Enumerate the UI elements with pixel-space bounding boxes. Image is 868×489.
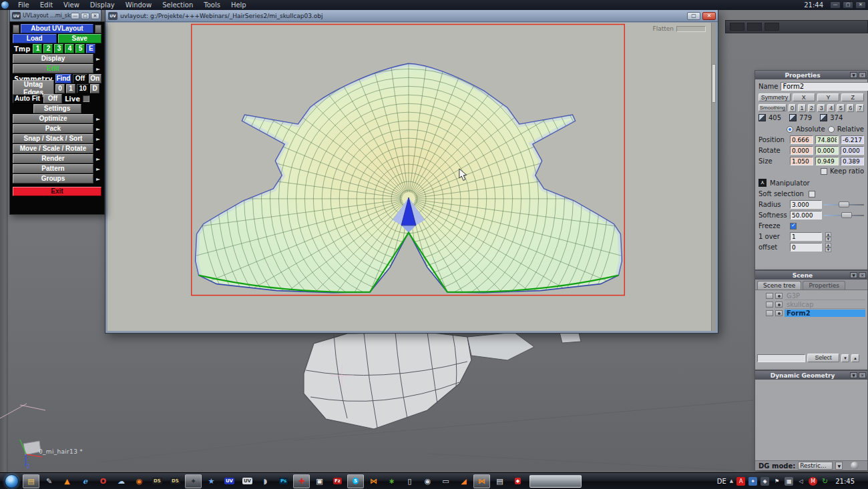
size-z-field[interactable]: [841, 157, 864, 165]
close-icon[interactable]: ✕: [855, 1, 866, 9]
scene-item-g3p[interactable]: G3P: [755, 292, 867, 300]
taskbar-red-app[interactable]: ◆: [509, 474, 526, 488]
panel-side-button-right[interactable]: [95, 25, 101, 33]
offset-stepper[interactable]: ▲▼: [825, 243, 831, 252]
untag-0-button[interactable]: 0: [55, 84, 65, 93]
minimize-icon[interactable]: —: [830, 1, 841, 9]
scene-item-skullcap[interactable]: skullcap: [755, 300, 867, 309]
scrollbar-thumb[interactable]: [712, 64, 716, 103]
taskbar-monitor-app[interactable]: ▭: [437, 474, 454, 488]
taskbar-empty-window-button[interactable]: [529, 475, 582, 488]
snap-stack-sort-menu-button[interactable]: Snap / Stack / Sort: [13, 134, 93, 143]
untag-1-button[interactable]: 1: [66, 84, 75, 93]
dropdown-icon[interactable]: ▼: [835, 462, 843, 470]
absolute-radio[interactable]: [787, 126, 793, 133]
tray-expand-icon[interactable]: ▲: [730, 478, 733, 484]
symmetry-find-button[interactable]: Find: [55, 74, 72, 83]
tmp-slot-3[interactable]: 3: [54, 44, 63, 53]
edit-menu-button[interactable]: Edit: [13, 64, 93, 73]
taskbar-explorer[interactable]: ▤: [23, 474, 39, 488]
volume-tray-icon[interactable]: ◁: [797, 477, 805, 486]
smoothing-4[interactable]: 4: [827, 104, 835, 112]
tmp-slot-5[interactable]: 5: [75, 44, 85, 53]
symmetry-y-button[interactable]: Y: [817, 93, 840, 101]
softness-field[interactable]: [790, 211, 822, 219]
taskbar-photoshop[interactable]: Ps: [275, 474, 292, 488]
taskbar-opera[interactable]: O: [95, 474, 112, 488]
position-y-field[interactable]: [815, 135, 839, 144]
taskbar-uvlayout-gray[interactable]: UV: [239, 474, 256, 488]
taskbar-star-app[interactable]: ★: [203, 474, 220, 488]
taskbar-vlc[interactable]: ▲: [59, 474, 75, 488]
taskbar-plant-app[interactable]: ∗: [383, 474, 400, 488]
menu-tools[interactable]: Tools: [198, 1, 226, 9]
menu-file[interactable]: File: [13, 1, 35, 9]
close-icon[interactable]: ✕: [91, 13, 99, 19]
scene-panel-header[interactable]: Scene ▼ ✕: [755, 271, 867, 280]
one-over-stepper[interactable]: ▲▼: [825, 232, 831, 241]
menu-display[interactable]: Display: [85, 1, 120, 9]
taskbar-pen-tool[interactable]: ✎: [41, 474, 57, 488]
symmetry-button[interactable]: Symmetry: [758, 93, 791, 101]
taskbar-daz-studio-2[interactable]: DS: [167, 474, 184, 488]
smoothing-5[interactable]: 5: [837, 104, 845, 112]
select-button[interactable]: Select: [807, 354, 839, 362]
uv-mesh[interactable]: [107, 23, 711, 331]
taskbar-uvlayout-blue[interactable]: UV: [221, 474, 238, 488]
keep-ratio-checkbox[interactable]: [821, 168, 827, 175]
tab-scene-tree[interactable]: Scene tree: [757, 281, 801, 290]
taskbar-capture-app[interactable]: ◗: [257, 474, 274, 488]
rotate-z-field[interactable]: [841, 146, 864, 155]
display-menu-button[interactable]: Display: [13, 54, 93, 63]
lock-icon[interactable]: [766, 302, 773, 308]
optimize-menu-button[interactable]: Optimize: [13, 114, 93, 123]
panel-side-button-left[interactable]: [13, 25, 19, 33]
move-up-icon[interactable]: ▲: [851, 354, 859, 362]
radius-slider[interactable]: [824, 201, 864, 208]
taskbar-filezilla[interactable]: Fz: [329, 474, 346, 488]
symmetry-on-button[interactable]: On: [89, 74, 101, 83]
symmetry-off-button[interactable]: Off: [73, 74, 87, 83]
freeze-checkbox[interactable]: [790, 223, 797, 229]
network-tray-icon[interactable]: ▦: [785, 477, 793, 486]
offset-field[interactable]: [790, 243, 822, 252]
uv-window-titlebar[interactable]: UV uvlayout: g:/Projekte/+++Webinars/_Ha…: [105, 10, 718, 22]
tray-icon-utility[interactable]: ✦: [748, 477, 757, 486]
tray-icon-satellite[interactable]: ◈: [761, 477, 769, 486]
eye-icon[interactable]: [775, 302, 783, 308]
flag-tray-icon[interactable]: ⚑: [773, 477, 781, 486]
rotate-x-field[interactable]: [790, 146, 813, 155]
avira-tray-icon[interactable]: A: [736, 477, 745, 486]
uv-editor-canvas[interactable]: Flatten: [107, 23, 711, 331]
taskbar-daz-studio-1[interactable]: DS: [149, 474, 166, 488]
smoothing-button[interactable]: Smoothing: [758, 104, 787, 111]
minimize-icon[interactable]: —: [71, 13, 79, 19]
scene-filter-input[interactable]: [757, 354, 805, 362]
smoothing-3[interactable]: 3: [817, 104, 825, 112]
tmp-slot-1[interactable]: 1: [33, 44, 42, 53]
tab-properties[interactable]: Properties: [803, 281, 845, 290]
taskbar-photo-viewer[interactable]: ▣: [311, 474, 328, 488]
taskbar-journal-app[interactable]: ▤: [491, 474, 508, 488]
about-uvlayout-button[interactable]: About UVLayout: [21, 24, 93, 33]
exit-button[interactable]: Exit: [13, 187, 101, 196]
lock-icon[interactable]: [766, 310, 773, 316]
maximize-icon[interactable]: ▢: [843, 1, 853, 9]
taskbar-butterfly-app-1[interactable]: ⋈: [365, 474, 382, 488]
smoothing-0[interactable]: 0: [789, 104, 797, 112]
panel-close-icon[interactable]: ✕: [859, 272, 866, 278]
load-button[interactable]: Load: [13, 34, 57, 43]
live-checkbox[interactable]: [83, 95, 89, 102]
taskbar-internet-explorer[interactable]: e: [77, 474, 93, 488]
pack-menu-button[interactable]: Pack: [13, 124, 93, 133]
taskbar-lock-app[interactable]: ◉: [419, 474, 436, 488]
panel-collapse-icon[interactable]: ▼: [850, 272, 857, 278]
tmp-slot-2[interactable]: 2: [43, 44, 53, 53]
one-over-field[interactable]: [790, 232, 822, 241]
panel-close-icon[interactable]: ✕: [859, 372, 866, 378]
render-menu-button[interactable]: Render: [13, 154, 93, 163]
taskbar-align-app[interactable]: ✚: [293, 474, 310, 488]
dg-mode-select[interactable]: Restric...: [798, 462, 833, 470]
scene-item-form2[interactable]: Form2: [755, 309, 867, 318]
move-scale-rotate-menu-button[interactable]: Move / Scale / Rotate: [13, 144, 93, 153]
